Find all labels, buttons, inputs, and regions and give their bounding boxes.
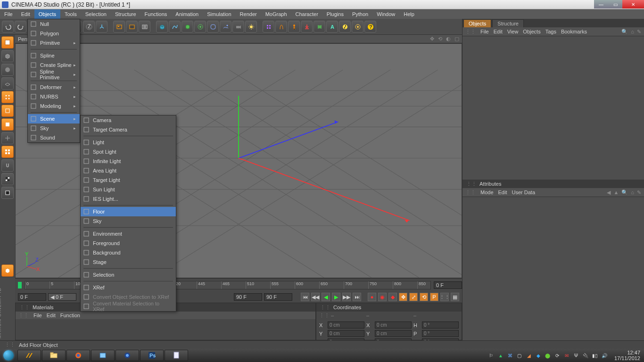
- mat-edit[interactable]: Edit: [47, 313, 56, 318]
- render-view-icon[interactable]: [113, 21, 125, 33]
- autokey-icon[interactable]: ◉: [378, 293, 387, 301]
- menu-item-floor[interactable]: Floor: [81, 207, 176, 216]
- attributes-body[interactable]: [462, 197, 644, 340]
- goto-end-icon[interactable]: ⏭: [353, 293, 361, 301]
- start-button[interactable]: [0, 349, 17, 362]
- menu-item-ies-light-[interactable]: IES Light...: [81, 194, 176, 204]
- frame-goto-field[interactable]: ◀ 0 F: [48, 293, 76, 301]
- primitive-cube-icon[interactable]: [156, 21, 168, 33]
- play-fwd-icon[interactable]: ▶: [332, 293, 340, 301]
- object-manager-body[interactable]: [462, 36, 644, 180]
- workplane-icon[interactable]: [1, 77, 14, 90]
- key-pos-icon[interactable]: ✥: [399, 293, 407, 301]
- deformer-icon[interactable]: [207, 21, 219, 33]
- tray-monitor-icon[interactable]: ▢: [516, 352, 523, 359]
- frame-current-field[interactable]: 0 F: [18, 293, 46, 301]
- tray-av-icon[interactable]: ◢: [526, 352, 532, 359]
- prev-key-icon[interactable]: ◀◀: [311, 293, 320, 301]
- menu-item-sun-light[interactable]: Sun Light: [81, 185, 176, 194]
- nav-frame-icon[interactable]: ▢: [454, 36, 459, 42]
- tray-arrow-icon[interactable]: ▲: [497, 352, 504, 359]
- coord-system-icon[interactable]: [96, 21, 107, 33]
- model-mode-icon[interactable]: [1, 36, 14, 49]
- grip-icon[interactable]: ⋮⋮: [18, 313, 29, 319]
- polys-mode-icon[interactable]: [1, 118, 14, 131]
- locked-icon[interactable]: [1, 173, 14, 185]
- render-pv-icon[interactable]: [126, 21, 138, 33]
- window-close-button[interactable]: ✕: [622, 0, 644, 8]
- coord-input[interactable]: [328, 330, 364, 337]
- menu-item-null[interactable]: Null: [28, 19, 80, 29]
- hair-icon[interactable]: [275, 21, 287, 33]
- menu-item-create-spline[interactable]: Create Spline: [28, 60, 80, 70]
- om-view[interactable]: View: [507, 29, 519, 34]
- om-edit[interactable]: Edit: [494, 29, 503, 34]
- menu-item-sky[interactable]: Sky: [28, 123, 80, 133]
- om-file[interactable]: File: [480, 29, 489, 34]
- menu-selection[interactable]: Selection: [81, 9, 111, 19]
- tray-mail-icon[interactable]: ✉: [563, 352, 570, 359]
- key-scale-icon[interactable]: ⤢: [409, 293, 418, 301]
- key-param-icon[interactable]: P: [430, 293, 438, 301]
- points-mode-icon[interactable]: [1, 91, 14, 103]
- animation-layout-icon[interactable]: ▦: [451, 293, 459, 301]
- tray-usb-icon[interactable]: Ψ: [573, 352, 579, 359]
- attr-edit[interactable]: Edit: [498, 189, 507, 195]
- home-icon[interactable]: ⌂: [631, 189, 634, 196]
- task-winamp-icon[interactable]: [17, 350, 41, 361]
- nav-rotate-icon[interactable]: ◐: [446, 36, 451, 42]
- texture-mode-icon[interactable]: [1, 64, 14, 76]
- keyframe-icon[interactable]: ◆: [388, 293, 397, 301]
- task-explorer-icon[interactable]: [42, 350, 66, 361]
- task-c4d-icon[interactable]: [116, 350, 139, 361]
- nav-back-icon[interactable]: ◀: [607, 189, 611, 196]
- light-tool-icon[interactable]: [245, 21, 257, 33]
- nav-move-icon[interactable]: ✥: [430, 36, 434, 42]
- axis-z-icon[interactable]: Z: [83, 21, 95, 33]
- search-icon[interactable]: 🔍: [621, 29, 628, 35]
- viewport-solo-icon[interactable]: [1, 146, 14, 158]
- tag-a-icon[interactable]: A: [326, 21, 338, 33]
- menu-objects[interactable]: Objects: [34, 9, 60, 19]
- range-a-field[interactable]: 90 F: [234, 293, 262, 301]
- menu-help[interactable]: Help: [399, 9, 419, 19]
- render-settings-icon[interactable]: [139, 21, 150, 33]
- snap-icon[interactable]: [1, 159, 14, 172]
- nav-zoom-icon[interactable]: ⟲: [438, 36, 442, 42]
- next-key-icon[interactable]: ▶▶: [342, 293, 351, 301]
- tray-bluetooth-icon[interactable]: ⌘: [507, 352, 513, 359]
- tray-shield-icon[interactable]: ◆: [535, 352, 542, 359]
- menu-item-spline-primitive[interactable]: Spline Primitive: [28, 70, 80, 79]
- menu-item-area-light[interactable]: Area Light: [81, 166, 176, 175]
- mat-function[interactable]: Function: [60, 313, 80, 318]
- menu-functions[interactable]: Functions: [140, 9, 172, 19]
- play-back-icon[interactable]: ◀: [322, 293, 330, 301]
- particle-icon[interactable]: [352, 21, 363, 33]
- mograph-icon[interactable]: [263, 21, 274, 33]
- camera-tool-icon[interactable]: [232, 21, 244, 33]
- make-editable-icon[interactable]: [1, 264, 14, 277]
- menu-item-selection[interactable]: Selection: [81, 270, 176, 280]
- menu-plugins[interactable]: Plugins: [322, 9, 348, 19]
- menu-window[interactable]: Window: [372, 9, 399, 19]
- menu-python[interactable]: Python: [348, 9, 372, 19]
- dynamics-icon[interactable]: [339, 21, 351, 33]
- om-tags[interactable]: Tags: [545, 29, 556, 34]
- tray-network-icon[interactable]: ▮▯: [592, 352, 598, 359]
- window-minimize-button[interactable]: —: [594, 0, 608, 8]
- goto-start-icon[interactable]: ⏮: [301, 293, 309, 301]
- help-icon[interactable]: ?: [364, 21, 376, 33]
- menu-item-spline[interactable]: Spline: [28, 51, 80, 60]
- om-objects[interactable]: Objects: [523, 29, 540, 34]
- grip-icon[interactable]: ⋮⋮: [465, 29, 476, 35]
- undo-icon[interactable]: [2, 21, 14, 33]
- environment-icon[interactable]: [220, 21, 231, 33]
- menu-item-nurbs[interactable]: NURBS: [28, 92, 80, 101]
- home-icon[interactable]: ⌂: [631, 29, 634, 35]
- edges-mode-icon[interactable]: [1, 105, 14, 117]
- window-maximize-button[interactable]: ▭: [608, 0, 622, 8]
- misc-tool-icon[interactable]: [1, 187, 14, 199]
- modeling-icon[interactable]: [194, 21, 206, 33]
- cloth-icon[interactable]: [314, 21, 325, 33]
- tab-structure[interactable]: Structure: [492, 19, 524, 27]
